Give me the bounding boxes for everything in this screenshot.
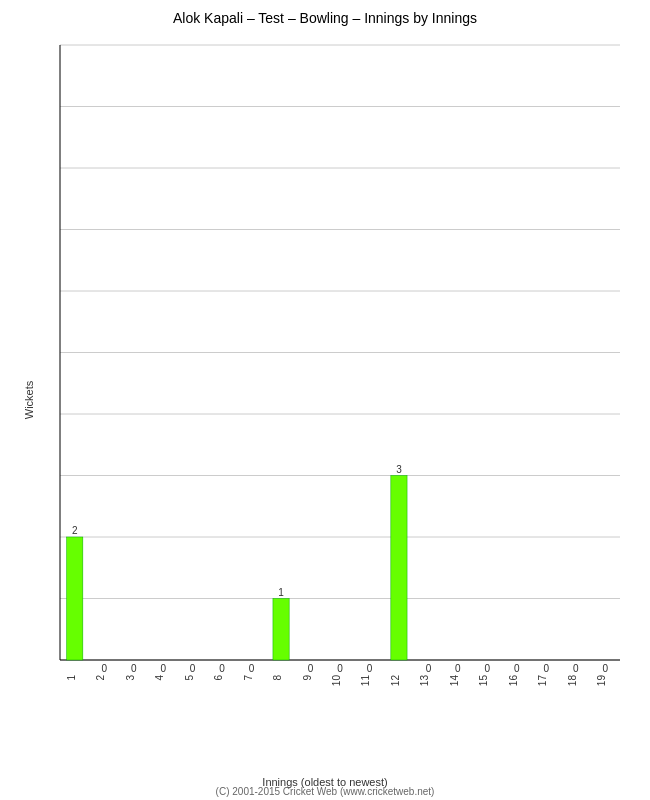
svg-text:2: 2 bbox=[72, 525, 78, 536]
svg-text:0: 0 bbox=[455, 663, 461, 674]
svg-text:17: 17 bbox=[537, 675, 548, 687]
chart-area: 0123456789102102030405060718090100113120… bbox=[55, 35, 630, 710]
svg-text:12: 12 bbox=[390, 675, 401, 687]
svg-text:0: 0 bbox=[249, 663, 255, 674]
svg-text:3: 3 bbox=[396, 464, 402, 475]
svg-text:10: 10 bbox=[331, 675, 342, 687]
svg-text:0: 0 bbox=[426, 663, 432, 674]
svg-text:8: 8 bbox=[272, 675, 283, 681]
svg-text:18: 18 bbox=[567, 675, 578, 687]
svg-rect-24 bbox=[67, 537, 83, 660]
svg-text:0: 0 bbox=[308, 663, 314, 674]
svg-text:3: 3 bbox=[125, 675, 136, 681]
svg-text:1: 1 bbox=[66, 675, 77, 681]
svg-text:0: 0 bbox=[160, 663, 166, 674]
chart-title: Alok Kapali – Test – Bowling – Innings b… bbox=[0, 0, 650, 31]
svg-text:0: 0 bbox=[101, 663, 107, 674]
svg-text:5: 5 bbox=[184, 675, 195, 681]
svg-text:9: 9 bbox=[302, 675, 313, 681]
svg-text:0: 0 bbox=[602, 663, 608, 674]
svg-text:14: 14 bbox=[449, 675, 460, 687]
svg-text:0: 0 bbox=[131, 663, 137, 674]
svg-rect-39 bbox=[273, 599, 289, 661]
svg-text:0: 0 bbox=[337, 663, 343, 674]
svg-text:13: 13 bbox=[419, 675, 430, 687]
svg-text:7: 7 bbox=[243, 675, 254, 681]
svg-text:0: 0 bbox=[544, 663, 550, 674]
svg-text:4: 4 bbox=[154, 675, 165, 681]
chart-svg: 0123456789102102030405060718090100113120… bbox=[55, 35, 630, 710]
chart-container: Alok Kapali – Test – Bowling – Innings b… bbox=[0, 0, 650, 800]
svg-text:0: 0 bbox=[190, 663, 196, 674]
svg-text:11: 11 bbox=[360, 675, 371, 687]
y-axis-label: Wickets bbox=[23, 381, 35, 420]
svg-text:19: 19 bbox=[596, 675, 607, 687]
svg-text:2: 2 bbox=[95, 675, 106, 681]
svg-text:16: 16 bbox=[508, 675, 519, 687]
svg-text:0: 0 bbox=[219, 663, 225, 674]
svg-text:0: 0 bbox=[514, 663, 520, 674]
svg-text:0: 0 bbox=[573, 663, 579, 674]
svg-text:0: 0 bbox=[485, 663, 491, 674]
svg-text:0: 0 bbox=[367, 663, 373, 674]
svg-text:1: 1 bbox=[278, 587, 284, 598]
svg-text:15: 15 bbox=[478, 675, 489, 687]
copyright-text: (C) 2001-2015 Cricket Web (www.cricketwe… bbox=[216, 786, 435, 797]
svg-text:6: 6 bbox=[213, 675, 224, 681]
svg-rect-48 bbox=[391, 476, 407, 661]
